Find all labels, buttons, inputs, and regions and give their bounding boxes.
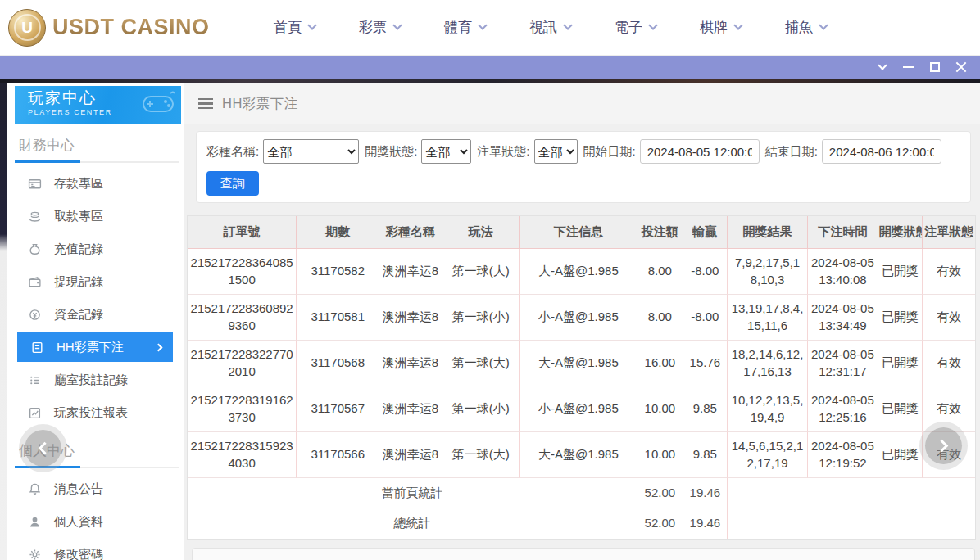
scroll-right-button[interactable] xyxy=(925,427,962,464)
table-cell: 16.00 xyxy=(637,341,683,386)
pagination-bar xyxy=(192,548,975,560)
end-date-input[interactable] xyxy=(822,139,941,164)
start-date-input[interactable] xyxy=(640,139,760,164)
nav-item-5[interactable]: 電子 xyxy=(593,11,678,44)
sidebar-item-lottery-bet[interactable]: HH彩票下注 xyxy=(17,332,173,362)
table-cell: 13,19,17,8,4,15,11,6 xyxy=(728,295,808,341)
filter-label: 彩種名稱: xyxy=(206,144,259,160)
table-cell: 2024-08-05 12:31:17 xyxy=(808,341,878,386)
hamburger-icon[interactable] xyxy=(198,98,213,110)
table-cell: 澳洲幸运8 xyxy=(379,432,442,478)
filter-label: 結束日期: xyxy=(765,144,818,160)
nav-label: 棋牌 xyxy=(700,18,728,37)
sidebar-item-password[interactable]: 修改密碼 xyxy=(7,538,184,560)
table-cell: 已開獎 xyxy=(878,341,923,386)
table-cell: 2152172283227702010 xyxy=(188,341,297,386)
sidebar-item-deposit[interactable]: 存款專區 xyxy=(7,167,184,200)
section-divider xyxy=(15,467,179,468)
column-header: 下注時間 xyxy=(808,216,878,249)
column-header: 期數 xyxy=(297,216,379,249)
filter-select-1[interactable]: 全部 xyxy=(263,139,359,164)
search-button[interactable]: 查詢 xyxy=(206,171,259,196)
summary-bet-total-cell: 52.00 xyxy=(637,478,683,508)
table-cell: 10.00 xyxy=(637,432,683,478)
sidebar-item-label: 提現記錄 xyxy=(54,274,103,290)
table-cell: 有效 xyxy=(923,249,975,295)
table-row: 215217228360892936031170581澳洲幸运8第一球(小)小-… xyxy=(188,295,975,341)
table-cell: 31170581 xyxy=(297,295,379,341)
sidebar: 玩家中心 PLAYERS CENTER 財務中心存款專區取款專區充值記錄提現記錄… xyxy=(7,83,184,560)
table-row: 215217228319162373031170567澳洲幸运8第一球(小)小-… xyxy=(188,386,975,432)
bet-table-panel: 訂單號期數彩種名稱玩法下注信息投注額輸贏開獎結果下注時間開獎狀態注單狀態 215… xyxy=(187,215,976,540)
sidebar-item-hall-bet-record[interactable]: 廳室投註記錄 xyxy=(7,364,184,396)
nav-item-1[interactable]: 首頁 xyxy=(252,11,338,44)
main-nav: 首頁彩票體育視訊電子棋牌捕魚 xyxy=(252,11,849,44)
table-cell: 已開獎 xyxy=(878,249,923,295)
window-titlebar xyxy=(0,56,980,79)
sidebar-item-withdrawal-record[interactable]: 提現記錄 xyxy=(7,265,184,298)
page-title: HH彩票下注 xyxy=(222,95,298,113)
filter-label: 開始日期: xyxy=(583,144,636,160)
table-cell: 2024-08-05 12:25:16 xyxy=(808,386,878,432)
sidebar-item-funds-record[interactable]: 資金記錄 xyxy=(7,298,184,331)
table-row: 215217228315923403031170566澳洲幸运8第一球(大)大-… xyxy=(188,432,975,478)
filter-select-3[interactable]: 全部 xyxy=(534,139,578,164)
sidebar-item-recharge-record[interactable]: 充值記錄 xyxy=(7,233,184,265)
nav-label: 電子 xyxy=(615,18,642,37)
table-cell: 9.85 xyxy=(683,386,728,432)
nav-label: 視訊 xyxy=(529,18,557,37)
close-icon[interactable] xyxy=(952,58,970,76)
table-cell: 2152172283608929360 xyxy=(188,295,297,341)
bet-table: 訂單號期數彩種名稱玩法下注信息投注額輸贏開獎結果下注時間開獎狀態注單狀態 215… xyxy=(188,216,975,539)
nav-label: 體育 xyxy=(444,18,472,37)
chevron-down-icon xyxy=(478,20,487,29)
minimize-icon[interactable] xyxy=(900,58,918,76)
table-cell: 18,2,14,6,12,17,16,13 xyxy=(728,341,808,386)
sidebar-item-label: 廳室投註記錄 xyxy=(54,373,128,388)
sidebar-item-profile[interactable]: 個人資料 xyxy=(7,505,184,538)
nav-item-4[interactable]: 視訊 xyxy=(508,11,593,44)
announcement-icon xyxy=(28,482,42,496)
chevron-down-icon xyxy=(563,20,572,29)
summary-row: 總統計52.0019.46 xyxy=(188,508,975,539)
nav-item-2[interactable]: 彩票 xyxy=(338,11,423,44)
table-cell: 有效 xyxy=(923,386,975,432)
sidebar-item-player-report[interactable]: 玩家投注報表 xyxy=(7,396,184,429)
sidebar-item-label: 存款專區 xyxy=(54,176,103,192)
top-bar: U USDT CASINO 首頁彩票體育視訊電子棋牌捕魚 xyxy=(0,0,980,56)
column-header: 輸贏 xyxy=(683,216,728,249)
collapse-chevron-icon[interactable] xyxy=(873,58,892,76)
collapse-sidebar-button[interactable] xyxy=(25,430,61,467)
column-header: 下注信息 xyxy=(520,216,637,249)
password-icon xyxy=(28,548,42,560)
lottery-bet-icon xyxy=(30,341,44,355)
chevron-left-icon xyxy=(39,442,52,455)
filter-select-2[interactable]: 全部 xyxy=(421,139,471,164)
table-cell: 2024-08-05 12:19:52 xyxy=(808,432,878,478)
nav-label: 彩票 xyxy=(359,18,387,37)
nav-item-7[interactable]: 捕魚 xyxy=(764,11,849,44)
profile-icon xyxy=(28,515,42,529)
table-cell: 10,12,2,13,5,19,4,9 xyxy=(728,386,808,432)
coin-letter: U xyxy=(14,14,41,41)
nav-item-3[interactable]: 體育 xyxy=(423,11,508,44)
nav-label: 捕魚 xyxy=(785,18,813,37)
chevron-right-icon xyxy=(155,343,163,351)
sidebar-item-announcement[interactable]: 消息公告 xyxy=(7,472,184,505)
column-header: 訂單號 xyxy=(188,216,297,249)
left-gutter xyxy=(0,83,7,560)
table-cell: 2024-08-05 13:40:08 xyxy=(808,249,878,295)
sidebar-item-withdraw[interactable]: 取款專區 xyxy=(7,200,184,233)
nav-item-6[interactable]: 棋牌 xyxy=(678,11,764,44)
gamepad-icon xyxy=(139,88,177,121)
summary-label-cell: 當前頁統計 xyxy=(188,478,637,508)
table-cell: 2152172283159234030 xyxy=(188,432,297,478)
sidebar-item-label: 個人資料 xyxy=(54,514,103,530)
table-cell: 31170567 xyxy=(297,386,379,432)
chevron-down-icon xyxy=(307,20,316,29)
table-cell: 大-A盤@1.985 xyxy=(520,249,637,295)
summary-label-cell: 總統計 xyxy=(188,508,637,539)
table-cell: 14,5,6,15,2,12,17,19 xyxy=(728,432,808,478)
maximize-icon[interactable] xyxy=(926,58,944,76)
table-cell: 8.00 xyxy=(637,249,683,295)
